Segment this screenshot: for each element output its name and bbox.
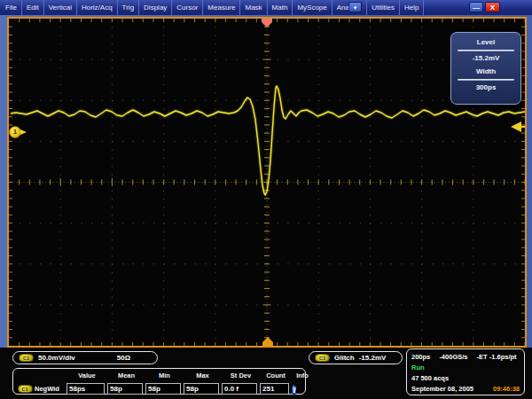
glitch-trigger-panel: Level -15.2mV Width 300ps xyxy=(450,32,521,105)
measurement-max: 58p xyxy=(184,383,219,395)
trigger-level-arrow-icon[interactable] xyxy=(511,121,521,132)
trigger-level-label: Level xyxy=(451,38,520,46)
header-mean: Mean xyxy=(107,372,145,379)
measurement-value: 58ps xyxy=(66,383,105,395)
measurement-info-icon[interactable]: i xyxy=(292,385,296,395)
acquisition-count: 47 500 acqs xyxy=(411,373,520,384)
trigger-position-marker-icon[interactable] xyxy=(262,19,272,27)
menu-math[interactable]: Math xyxy=(268,0,293,15)
channel1-badge: C1 xyxy=(315,354,330,362)
channel1-vertical-readout[interactable]: C1 50.0mV/div 50Ω xyxy=(12,351,158,364)
menu-bar: File Edit Vertical Horiz/Acq Trig Displa… xyxy=(0,0,532,15)
menu-file[interactable]: File xyxy=(0,0,22,15)
readout-bar: C1 50.0mV/div 50Ω C1 Glitch -15.2mV Valu… xyxy=(0,348,532,399)
panel-separator xyxy=(458,79,514,81)
menu-edit[interactable]: Edit xyxy=(22,0,44,15)
measurement-name: NegWid xyxy=(35,385,66,393)
waveform-graticule: 1 xyxy=(7,17,527,348)
sample-rate-value: -400GS/s xyxy=(439,353,467,361)
header-stdev: St Dev xyxy=(222,372,260,379)
header-max: Max xyxy=(184,372,222,379)
minimize-window-button[interactable]: — xyxy=(469,2,483,12)
date-value: September 08, 2005 xyxy=(411,384,473,395)
measurement-table: Value Mean Min Max St Dev Count Info C1 … xyxy=(12,368,306,395)
menu-measure[interactable]: Measure xyxy=(203,0,240,15)
menu-utilities[interactable]: Utilities xyxy=(367,0,400,15)
measurement-count: 251 xyxy=(260,383,289,395)
measurement-mean: 58p xyxy=(107,383,143,395)
acquisition-status-panel: 200ps -400GS/s -ET -1.6ps/pt Run 47 500 … xyxy=(406,348,525,395)
waveform-trace-canvas xyxy=(9,19,525,346)
header-value: Value xyxy=(66,372,107,379)
glitch-trigger-readout[interactable]: C1 Glitch -15.2mV xyxy=(309,351,403,364)
trigger-level-value[interactable]: -15.2mV xyxy=(451,54,520,62)
measurement-min: 58p xyxy=(145,383,181,395)
run-status: Run xyxy=(411,363,520,373)
menu-mask[interactable]: Mask xyxy=(240,0,267,15)
header-count: Count xyxy=(260,372,292,379)
close-window-button[interactable]: X xyxy=(485,2,500,12)
menu-overflow-dropdown-icon[interactable]: ▼ xyxy=(348,2,362,12)
glitch-width-label: Width xyxy=(451,67,520,75)
menu-display[interactable]: Display xyxy=(139,0,172,15)
menu-myscope[interactable]: MyScope xyxy=(293,0,332,15)
header-info: Info xyxy=(292,372,313,379)
menu-horiz-acq[interactable]: Horiz/Acq xyxy=(77,0,118,15)
clock-value: 09:46:38 xyxy=(493,384,520,395)
channel1-impedance: 50Ω xyxy=(117,354,130,362)
channel1-trace xyxy=(11,86,525,195)
timebase-value: 200ps xyxy=(411,353,430,361)
channel1-marker-label: 1 xyxy=(9,126,21,138)
channel1-badge: C1 xyxy=(19,354,34,362)
channel1-ground-marker[interactable]: 1 xyxy=(9,126,28,138)
channel1-badge: C1 xyxy=(18,385,33,393)
measurement-stdev: 0.0 f xyxy=(222,383,257,395)
menu-cursor[interactable]: Cursor xyxy=(172,0,203,15)
menu-trig[interactable]: Trig xyxy=(118,0,139,15)
panel-separator xyxy=(458,50,514,51)
measurement-table-header: Value Mean Min Max St Dev Count Info xyxy=(15,370,303,380)
channel1-marker-arrow-icon xyxy=(20,129,27,135)
horizontal-readout: 200ps -400GS/s -ET -1.6ps/pt xyxy=(411,352,520,363)
channel1-scale: 50.0mV/div xyxy=(38,354,75,362)
menu-help[interactable]: Help xyxy=(400,0,424,15)
datetime-line: September 08, 2005 09:46:38 xyxy=(411,384,520,395)
glitch-width-value[interactable]: 300ps xyxy=(451,83,520,91)
measurement-row-negwid: C1 NegWid 58ps 58p 58p 58p 0.0 f 251 i xyxy=(15,380,303,394)
interpolation-value: -ET -1.6ps/pt xyxy=(477,353,517,361)
menu-vertical[interactable]: Vertical xyxy=(44,0,77,15)
header-min: Min xyxy=(145,372,184,379)
glitch-label: Glitch xyxy=(334,354,355,362)
oscilloscope-app-window: File Edit Vertical Horiz/Acq Trig Displa… xyxy=(0,0,532,399)
glitch-level-value: -15.2mV xyxy=(359,354,387,362)
